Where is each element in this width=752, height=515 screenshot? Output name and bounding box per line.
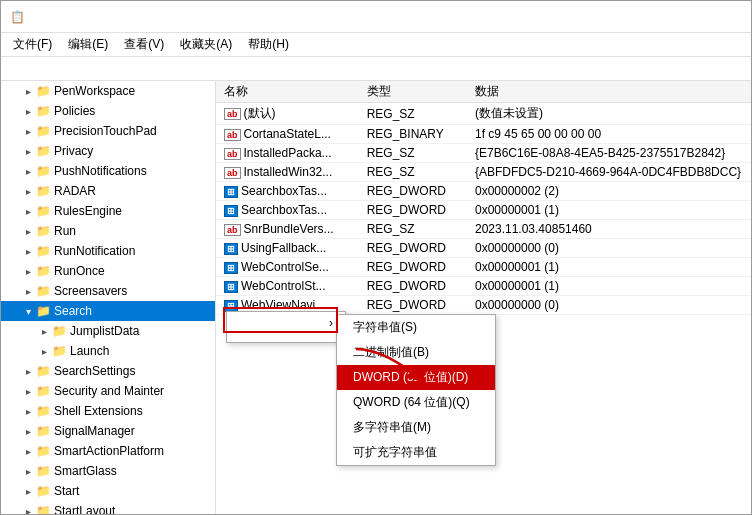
tree-item[interactable]: ▸📁Security and Mainter <box>1 381 215 401</box>
tree-item[interactable]: ▸📁RunOnce <box>1 261 215 281</box>
tree-item[interactable]: ▸📁JumplistData <box>1 321 215 341</box>
type-icon-dword: ⊞ <box>224 243 238 255</box>
tree-item[interactable]: ▸📁RulesEngine <box>1 201 215 221</box>
expand-icon: ▸ <box>21 486 35 497</box>
tree-panel[interactable]: ▸📁PenWorkspace▸📁Policies▸📁PrecisionTouch… <box>1 81 216 514</box>
tree-item-label: Search <box>54 304 92 318</box>
menu-item[interactable]: 文件(F) <box>5 34 60 55</box>
app-icon: 📋 <box>9 9 25 25</box>
tree-item[interactable]: ▸📁Screensavers <box>1 281 215 301</box>
tree-item-label: SmartActionPlatform <box>54 444 164 458</box>
cell-name: ⊞WebControlSt... <box>216 277 359 296</box>
table-row[interactable]: ⊞UsingFallback...REG_DWORD0x00000000 (0) <box>216 239 751 258</box>
context-menu[interactable]: › <box>226 311 346 343</box>
expand-icon: ▸ <box>21 126 35 137</box>
folder-icon: 📁 <box>35 303 51 319</box>
context-new-item[interactable]: › <box>227 312 345 334</box>
menu-item[interactable]: 收藏夹(A) <box>172 34 240 55</box>
context-key-item[interactable] <box>227 334 345 342</box>
folder-icon: 📁 <box>35 163 51 179</box>
maximize-button[interactable] <box>651 1 697 33</box>
cell-data: {E7B6C16E-08A8-4EA5-B425-2375517B2842} <box>467 144 751 163</box>
expand-icon: ▸ <box>21 386 35 397</box>
table-row[interactable]: ⊞WebControlSe...REG_DWORD0x00000001 (1) <box>216 258 751 277</box>
expand-icon: ▸ <box>21 406 35 417</box>
table-row[interactable]: ⊞SearchboxTas...REG_DWORD0x00000002 (2) <box>216 182 751 201</box>
tree-item[interactable]: ▸📁SmartGlass <box>1 461 215 481</box>
table-row[interactable]: abInstalledWin32...REG_SZ{ABFDFDC5-D210-… <box>216 163 751 182</box>
cell-name: ⊞SearchboxTas... <box>216 201 359 220</box>
expand-icon: ▸ <box>21 106 35 117</box>
cell-name: ab(默认) <box>216 103 359 125</box>
tree-item[interactable]: ▸📁RunNotification <box>1 241 215 261</box>
column-data: 数据 <box>467 81 751 103</box>
minimize-button[interactable] <box>605 1 651 33</box>
tree-item[interactable]: ▸📁PenWorkspace <box>1 81 215 101</box>
expand-icon: ▸ <box>37 326 51 337</box>
folder-icon: 📁 <box>35 123 51 139</box>
submenu-item[interactable]: 字符串值(S) <box>337 315 495 340</box>
expand-icon: ▸ <box>21 446 35 457</box>
tree-item-label: Start <box>54 484 79 498</box>
table-row[interactable]: ⊞WebControlSt...REG_DWORD0x00000001 (1) <box>216 277 751 296</box>
tree-item[interactable]: ▸📁Privacy <box>1 141 215 161</box>
menu-item[interactable]: 编辑(E) <box>60 34 116 55</box>
cell-type: REG_DWORD <box>359 277 467 296</box>
tree-item-label: RunNotification <box>54 244 135 258</box>
table-row[interactable]: abSnrBundleVers...REG_SZ2023.11.03.40851… <box>216 220 751 239</box>
tree-item[interactable]: ▸📁SignalManager <box>1 421 215 441</box>
expand-icon: ▾ <box>21 306 35 317</box>
title-bar: 📋 <box>1 1 751 33</box>
close-button[interactable] <box>697 1 743 33</box>
tree-item-label: RADAR <box>54 184 96 198</box>
tree-item[interactable]: ▸📁Launch <box>1 341 215 361</box>
tree-item[interactable]: ▸📁PushNotifications <box>1 161 215 181</box>
folder-icon: 📁 <box>35 363 51 379</box>
expand-icon: ▸ <box>21 146 35 157</box>
tree-item[interactable]: ▸📁Policies <box>1 101 215 121</box>
tree-item-label: PushNotifications <box>54 164 147 178</box>
tree-item[interactable]: ▸📁StartLayout <box>1 501 215 514</box>
submenu-item[interactable]: QWORD (64 位值)(Q) <box>337 390 495 415</box>
right-panel[interactable]: 名称 类型 数据 ab(默认)REG_SZ(数值未设置)abCortanaSta… <box>216 81 751 514</box>
submenu-item[interactable]: DWORD (32 位值)(D) <box>337 365 495 390</box>
tree-item[interactable]: ▸📁Start <box>1 481 215 501</box>
column-name: 名称 <box>216 81 359 103</box>
cell-name: abInstalledPacka... <box>216 144 359 163</box>
cell-data: 0x00000001 (1) <box>467 277 751 296</box>
expand-icon: ▸ <box>21 266 35 277</box>
table-row[interactable]: abInstalledPacka...REG_SZ{E7B6C16E-08A8-… <box>216 144 751 163</box>
submenu-item[interactable]: 可扩充字符串值 <box>337 440 495 465</box>
tree-item-label: Policies <box>54 104 95 118</box>
tree-item[interactable]: ▸📁PrecisionTouchPad <box>1 121 215 141</box>
cell-type: REG_BINARY <box>359 125 467 144</box>
tree-item[interactable]: ▾📁Search <box>1 301 215 321</box>
table-row[interactable]: ab(默认)REG_SZ(数值未设置) <box>216 103 751 125</box>
table-row[interactable]: abCortanaStateL...REG_BINARY1f c9 45 65 … <box>216 125 751 144</box>
expand-icon: ▸ <box>21 466 35 477</box>
tree-item-label: JumplistData <box>70 324 139 338</box>
tree-item[interactable]: ▸📁Run <box>1 221 215 241</box>
submenu-item[interactable]: 多字符串值(M) <box>337 415 495 440</box>
cell-type: REG_DWORD <box>359 296 467 315</box>
expand-icon: ▸ <box>21 166 35 177</box>
submenu-item[interactable]: 二进制制值(B) <box>337 340 495 365</box>
folder-icon: 📁 <box>35 103 51 119</box>
tree-item[interactable]: ▸📁SmartActionPlatform <box>1 441 215 461</box>
cell-data: 0x00000000 (0) <box>467 239 751 258</box>
tree-item-label: Privacy <box>54 144 93 158</box>
tree-item[interactable]: ▸📁Shell Extensions <box>1 401 215 421</box>
tree-item[interactable]: ▸📁RADAR <box>1 181 215 201</box>
menu-item[interactable]: 查看(V) <box>116 34 172 55</box>
folder-icon: 📁 <box>35 463 51 479</box>
type-icon-dword: ⊞ <box>224 186 238 198</box>
table-row[interactable]: ⊞SearchboxTas...REG_DWORD0x00000001 (1) <box>216 201 751 220</box>
menu-item[interactable]: 帮助(H) <box>240 34 297 55</box>
submenu[interactable]: 字符串值(S)二进制制值(B)DWORD (32 位值)(D)QWORD (64… <box>336 314 496 466</box>
folder-icon: 📁 <box>35 283 51 299</box>
cell-name: abCortanaStateL... <box>216 125 359 144</box>
cell-name: ⊞UsingFallback... <box>216 239 359 258</box>
expand-icon: ▸ <box>21 246 35 257</box>
tree-item[interactable]: ▸📁SearchSettings <box>1 361 215 381</box>
column-type: 类型 <box>359 81 467 103</box>
